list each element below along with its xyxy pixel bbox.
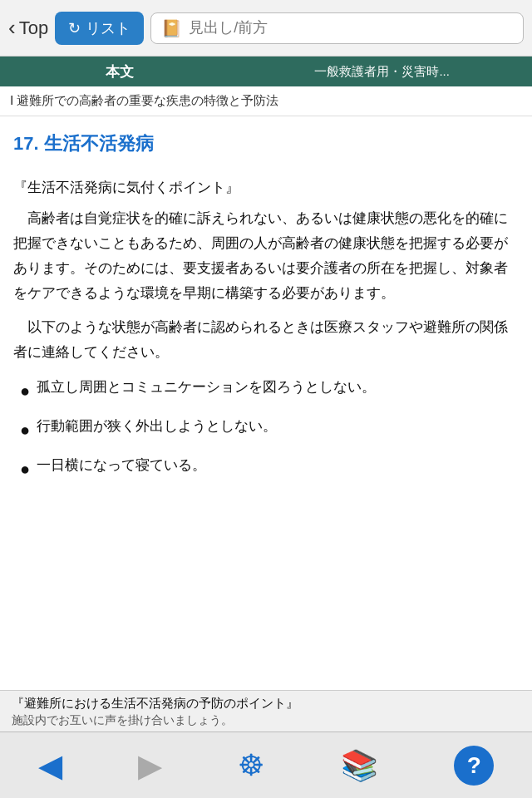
bullet-icon-1: ● bbox=[20, 377, 30, 406]
prev-arrow-icon: ◀ bbox=[38, 747, 62, 784]
search-box: 📔 bbox=[150, 12, 524, 44]
prev-button[interactable]: ◀ bbox=[38, 747, 62, 784]
next-button[interactable]: ▶ bbox=[138, 747, 162, 784]
content-area[interactable]: 17. 生活不活発病 『生活不活発病に気付くポイント』 高齢者は自覚症状を的確に… bbox=[0, 116, 532, 730]
breadcrumb: Ⅰ 避難所での高齢者の重要な疾患の特徴と予防法 bbox=[0, 86, 532, 116]
bottom-preview-bar: 『避難所における生活不活発病の予防のポイント』 施設内でお互いに声を掛け合いまし… bbox=[0, 690, 532, 732]
bookmark-button[interactable]: 📚 bbox=[341, 748, 378, 783]
back-label: Top bbox=[19, 17, 48, 39]
chapter-title: 17. 生活不活発病 bbox=[13, 128, 519, 160]
paragraph-instruction: 以下のような状態が高齢者に認められるときは医療スタッフや避難所の関係者に連絡して… bbox=[13, 315, 519, 365]
bottom-preview-subtitle: 施設内でお互いに声を掛け合いましょう。 bbox=[12, 713, 520, 728]
section-sub-label: 一般救護者用・災害時... bbox=[239, 64, 532, 80]
bullet-icon-2: ● bbox=[20, 416, 30, 445]
section-main-label: 本文 bbox=[0, 62, 239, 81]
bullet-list: ● 孤立し周囲とコミュニケーションを図ろうとしない。 ● 行動範囲が狭く外出しよ… bbox=[20, 375, 519, 484]
list-item: ● 孤立し周囲とコミュニケーションを図ろうとしない。 bbox=[20, 375, 519, 406]
bullet-icon-3: ● bbox=[20, 455, 30, 484]
search-input[interactable] bbox=[189, 19, 513, 37]
bullet-text-1: 孤立し周囲とコミュニケーションを図ろうとしない。 bbox=[37, 375, 376, 400]
bullet-text-3: 一日横になって寝ている。 bbox=[37, 453, 206, 478]
chevron-left-icon: ‹ bbox=[8, 15, 16, 41]
paragraph-main: 高齢者は自覚症状を的確に訴えられない、あるいは健康状態の悪化を的確に把握できない… bbox=[13, 206, 519, 305]
list-button-label: リスト bbox=[86, 18, 131, 38]
book-icon: 📔 bbox=[161, 18, 182, 38]
top-navigation-bar: ‹ Top ↻ リスト 📔 bbox=[0, 0, 532, 57]
helm-icon: ☸ bbox=[238, 748, 264, 783]
refresh-icon: ↻ bbox=[68, 19, 81, 37]
list-button[interactable]: ↻ リスト bbox=[55, 12, 144, 45]
help-button[interactable]: ? bbox=[454, 746, 494, 786]
list-item: ● 一日横になって寝ている。 bbox=[20, 453, 519, 484]
bottom-preview-title: 『避難所における生活不活発病の予防のポイント』 bbox=[12, 696, 520, 712]
help-icon: ? bbox=[467, 752, 481, 779]
bottom-navigation: ◀ ▶ ☸ 📚 ? bbox=[0, 732, 532, 798]
section-header: 本文 一般救護者用・災害時... bbox=[0, 57, 532, 86]
paragraph-highlight: 『生活不活発病に気付くポイント』 bbox=[13, 175, 519, 200]
breadcrumb-text: Ⅰ 避難所での高齢者の重要な疾患の特徴と予防法 bbox=[10, 93, 278, 107]
list-item: ● 行動範囲が狭く外出しようとしない。 bbox=[20, 414, 519, 445]
back-button[interactable]: ‹ Top bbox=[8, 15, 48, 41]
next-arrow-icon: ▶ bbox=[138, 747, 162, 784]
helm-button[interactable]: ☸ bbox=[238, 748, 264, 783]
book-plus-icon: 📚 bbox=[341, 748, 378, 783]
bullet-text-2: 行動範囲が狭く外出しようとしない。 bbox=[37, 414, 277, 439]
